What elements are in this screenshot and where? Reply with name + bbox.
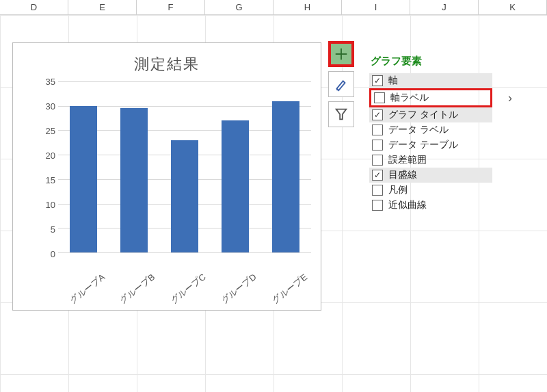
bar[interactable]: [222, 120, 249, 252]
popup-item-label: データ ラベル: [388, 124, 449, 136]
x-axis-labels: グループAグループBグループCグループDグループE: [58, 284, 311, 296]
popup-title: グラフ要素: [369, 52, 492, 73]
popup-item-0[interactable]: ✓軸: [369, 73, 492, 88]
checkbox[interactable]: ✓: [372, 75, 383, 86]
popup-item-5[interactable]: 誤差範囲: [369, 153, 492, 168]
checkbox[interactable]: [374, 92, 385, 103]
checkbox[interactable]: [372, 140, 383, 151]
popup-item-6[interactable]: ✓目盛線: [369, 168, 492, 183]
x-tick-label: グループD: [219, 271, 259, 306]
popup-item-8[interactable]: 近似曲線: [369, 198, 492, 213]
x-tick-label: グループE: [269, 271, 310, 306]
column-header[interactable]: E: [68, 0, 137, 14]
chart-container[interactable]: 測定結果 05101520253035 グループAグループBグループCグループD…: [12, 42, 321, 311]
column-headers: DEFGHIJK: [0, 0, 547, 15]
bar[interactable]: [272, 101, 299, 252]
gridline: [58, 252, 311, 253]
column-header[interactable]: K: [479, 0, 547, 14]
popup-item-label: 軸: [388, 75, 398, 87]
bar[interactable]: [70, 106, 97, 252]
chevron-right-icon[interactable]: ›: [508, 91, 512, 105]
y-tick-label: 20: [38, 151, 55, 161]
plot-area: 05101520253035 グループAグループBグループCグループDグループE: [38, 81, 311, 269]
column-header[interactable]: D: [0, 0, 68, 14]
x-tick-label: グループA: [67, 271, 107, 306]
chart-title[interactable]: 測定結果: [13, 43, 321, 80]
y-tick-label: 10: [38, 200, 55, 210]
popup-item-7[interactable]: 凡例: [369, 183, 492, 198]
column-header[interactable]: H: [274, 0, 342, 14]
chart-styles-button[interactable]: [328, 71, 354, 97]
x-tick-label: グループC: [168, 271, 208, 306]
brush-icon: [334, 77, 349, 92]
y-tick-label: 35: [38, 77, 55, 87]
y-tick-label: 30: [38, 101, 55, 112]
y-tick-label: 25: [38, 126, 55, 136]
y-tick-label: 0: [38, 249, 55, 259]
checkbox[interactable]: [372, 125, 383, 135]
x-tick-label: グループB: [118, 271, 158, 306]
popup-item-label: 凡例: [388, 184, 408, 196]
chart-elements-popup: グラフ要素 ✓軸軸ラベル›✓グラフ タイトルデータ ラベルデータ テーブル誤差範…: [369, 52, 492, 213]
chart-elements-button[interactable]: [328, 41, 354, 67]
popup-item-label: 誤差範囲: [388, 154, 427, 166]
chart-filters-button[interactable]: [328, 101, 354, 127]
plus-icon: [334, 47, 349, 62]
column-header[interactable]: G: [205, 0, 274, 14]
checkbox[interactable]: [372, 185, 383, 196]
popup-item-label: 軸ラベル: [390, 92, 429, 104]
popup-item-label: 近似曲線: [388, 199, 427, 211]
checkbox[interactable]: ✓: [372, 170, 383, 181]
checkbox[interactable]: ✓: [372, 109, 383, 120]
funnel-icon: [334, 107, 349, 122]
popup-item-1[interactable]: 軸ラベル›: [369, 88, 492, 107]
column-header[interactable]: F: [137, 0, 205, 14]
chart-side-buttons: [328, 41, 354, 127]
checkbox[interactable]: [372, 200, 383, 211]
bar[interactable]: [171, 140, 198, 252]
checkbox[interactable]: [372, 155, 383, 166]
popup-item-2[interactable]: ✓グラフ タイトル: [369, 107, 492, 122]
popup-item-label: グラフ タイトル: [388, 109, 458, 121]
column-header[interactable]: I: [342, 0, 410, 14]
bars: [58, 81, 311, 252]
popup-item-4[interactable]: データ テーブル: [369, 138, 492, 153]
column-header[interactable]: J: [410, 0, 479, 14]
popup-item-label: 目盛線: [388, 169, 417, 181]
popup-item-label: データ テーブル: [388, 139, 458, 151]
bar[interactable]: [120, 108, 148, 252]
popup-item-3[interactable]: データ ラベル: [369, 122, 492, 138]
y-tick-label: 15: [38, 175, 55, 185]
y-tick-label: 5: [38, 224, 55, 235]
